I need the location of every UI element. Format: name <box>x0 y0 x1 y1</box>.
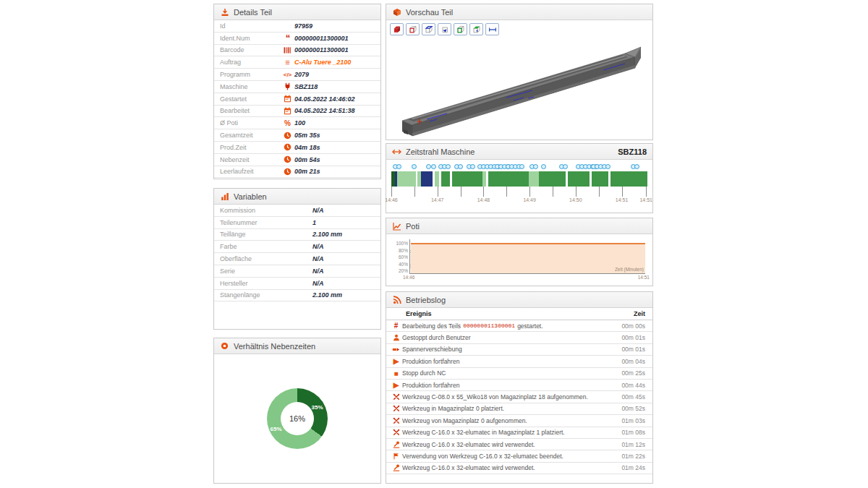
calendar-icon <box>284 95 292 103</box>
log-col-event: Ereignis <box>406 310 432 317</box>
play-icon: ▶ <box>392 381 400 389</box>
timeline-event-marker[interactable] <box>591 164 609 169</box>
timeline-segment-navy <box>421 171 433 187</box>
view-iso-red-icon <box>392 25 401 34</box>
panel-title: Poti <box>406 222 420 231</box>
timeline-axis: 14:4614:4714:4814:4914:5014:5114:51 <box>391 187 647 208</box>
fit-width-button[interactable] <box>485 23 499 35</box>
details-panel-header: Details Teil <box>214 4 380 20</box>
panel-title: Details Teil <box>234 8 272 17</box>
log-row: Verwendung von Werkzeug C-16.0 x 32-elum… <box>386 450 652 462</box>
poti-x-end: 14:51 <box>638 275 650 280</box>
detail-label: Bearbeitet <box>220 107 284 114</box>
detail-row: Auftrag ≡ C-Alu Tuere _2100 <box>214 56 380 69</box>
view-top-green-button[interactable] <box>469 23 483 35</box>
log-time: 01m 12s <box>621 441 645 448</box>
poti-y-tick: 20% <box>399 268 408 273</box>
detail-label: Nebenzeit <box>220 156 284 163</box>
detail-label: Gesamtzeit <box>220 132 284 139</box>
timeline-event-marker[interactable] <box>431 164 435 169</box>
log-time: 00m 01s <box>621 334 645 341</box>
timeline-tick <box>391 187 392 197</box>
detail-row: Barcode 000000011300001 <box>214 45 380 57</box>
log-panel-header: Betriebslog <box>386 292 652 308</box>
order-link[interactable]: C-Alu Tuere _2100 <box>294 59 351 66</box>
view-back-blue-icon <box>424 25 433 34</box>
machine-timeline: 14:4614:4714:4814:4914:5014:5114:51 <box>391 160 647 212</box>
percent-icon: % <box>284 119 292 127</box>
donut-segment-label: 35% <box>312 404 323 411</box>
log-panel: Betriebslog Ereignis Zeit # Bearbeitung … <box>386 291 653 484</box>
timeline-event-marker[interactable] <box>529 164 537 169</box>
dashboard: Details Teil Id 97959 Ident.Num “ 000000… <box>0 0 868 488</box>
timeline-event-marker[interactable] <box>477 164 485 169</box>
log-message: Verwendung von Werkzeug C-16.0 x 32-elum… <box>402 453 563 460</box>
timeline-event-marker[interactable] <box>426 164 430 169</box>
timeline-segment-light <box>397 171 415 187</box>
timeline-event-marker[interactable] <box>454 164 461 169</box>
timeline-segment-mid <box>568 171 589 187</box>
log-time: 01m 08s <box>621 429 645 436</box>
poti-y-tick: 60% <box>399 254 408 260</box>
download-icon <box>220 7 229 17</box>
log-part-id: 000000011300001 <box>463 322 515 329</box>
timeline-event-marker[interactable] <box>631 164 638 169</box>
variable-label: Stangenlänge <box>220 291 312 299</box>
donut-icon <box>220 341 229 351</box>
timeline-tick-label: 14:49 <box>523 197 536 202</box>
wrench-icon <box>392 464 400 472</box>
detail-value: 000000011300001 <box>294 35 348 42</box>
log-row: Werkzeug C-16.0 x 32-elumatec in Magazin… <box>386 427 652 439</box>
timeline-tick <box>414 187 415 197</box>
timeline-segment-light <box>529 171 539 187</box>
detail-value: 04.05.2022 14:51:38 <box>294 107 355 114</box>
variables-panel: Variablen Kommission N/A Teilenummer 1 <box>213 188 381 330</box>
view-rotate-blue-icon <box>440 25 449 34</box>
timeline-event-marker[interactable] <box>438 164 449 169</box>
timeline-tick <box>646 187 647 197</box>
variable-label: Oberfläche <box>220 255 312 262</box>
view-left-green-button[interactable] <box>454 23 467 35</box>
detail-row: Gestartet 04.05.2022 14:46:02 <box>214 93 380 106</box>
timeline-tick <box>506 187 507 197</box>
tools-icon <box>392 416 400 424</box>
timeline-event-marker[interactable] <box>412 164 415 169</box>
timeline-segment-mid <box>539 171 565 187</box>
log-row: ▶ Produktion fortfahren 00m 04s <box>386 356 652 367</box>
timeline-event-marker[interactable] <box>541 164 545 169</box>
timeline-bar[interactable] <box>391 171 647 187</box>
detail-label: Ident.Num <box>220 35 284 42</box>
view-iso-red-button[interactable] <box>390 23 404 35</box>
poti-area-series <box>411 243 645 273</box>
detail-value: 000000011300001 <box>294 46 348 53</box>
part-3d-preview[interactable] <box>386 38 652 139</box>
log-column-headers: Ereignis Zeit <box>386 308 652 320</box>
timeline-tick <box>483 187 484 197</box>
view-back-blue-button[interactable] <box>422 23 435 35</box>
chart-bar-icon <box>220 192 229 201</box>
timeline-event-marker[interactable] <box>467 164 474 169</box>
view-front-red-button[interactable] <box>406 23 420 35</box>
timeline-event-marker[interactable] <box>559 164 566 169</box>
poti-panel-header: Poti <box>386 218 652 234</box>
ratio-panel: Verhältnis Nebenzeiten 16% 35%65% <box>213 338 381 484</box>
detail-label: Id <box>220 22 284 30</box>
log-message: Gestoppt durch Benutzer <box>402 334 471 341</box>
timeline-event-marker[interactable] <box>506 164 520 169</box>
timeline-event-marker[interactable] <box>519 164 523 169</box>
variable-value: N/A <box>312 207 324 214</box>
view-rotate-blue-button[interactable] <box>438 23 451 35</box>
log-row: Werkzeug C-16.0 x 32-elumatec wird verwe… <box>386 439 652 450</box>
poti-y-tick: 100% <box>396 241 408 246</box>
log-message: Werkzeug C-08.0 x 55_Wiko18 von Magazinp… <box>402 393 588 401</box>
detail-row: Bearbeitet 04.05.2022 14:51:38 <box>214 106 380 118</box>
stop-icon: ■ <box>392 369 400 377</box>
timeline-event-marker[interactable] <box>393 164 400 169</box>
timeline-panel: Zeitstrahl Maschine SBZ118 14:4614:4714:… <box>386 143 653 213</box>
variable-label: Teillänge <box>220 231 312 238</box>
view-top-green-icon <box>472 25 481 34</box>
variable-row: Serie N/A <box>214 265 380 278</box>
detail-label: Ø Poti <box>220 119 284 127</box>
detail-value: 04m 18s <box>294 144 320 151</box>
log-time: 00m 01s <box>621 346 645 353</box>
